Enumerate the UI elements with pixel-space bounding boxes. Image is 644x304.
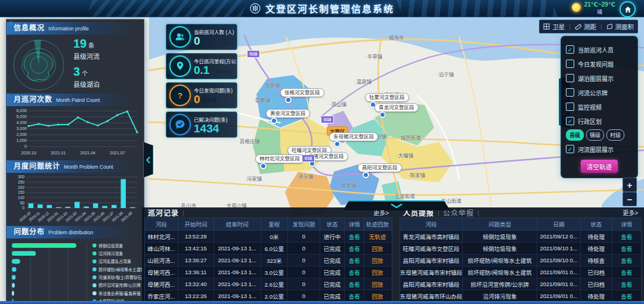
satellite-button[interactable]: 卫星 [543,22,565,31]
river-marker-dot[interactable] [260,163,267,169]
table-cell: 13:36:27 [178,255,214,266]
table-action-link[interactable]: 回放 [364,290,390,302]
layer-checkbox-河流公示牌[interactable]: 河流公示牌 [566,85,633,100]
home-button[interactable] [620,1,636,17]
table-cell: 2021/09/12 0... [537,231,581,242]
layer-checkbox-湖泊图层展示[interactable]: 湖泊图层展示 [566,71,633,85]
river-marker[interactable]: 林村北河文登区段 [255,154,304,163]
table-action-link[interactable]: 查看 [345,243,364,254]
map-zoom-out-button[interactable]: − [623,192,637,206]
table-cell: 2021-09-13 1... [214,266,261,278]
river-marker[interactable]: 张格河文登区段 [280,88,324,97]
checkbox-icon[interactable]: ✓ [566,45,574,54]
table-action-link[interactable]: 查看 [612,243,641,254]
month-patrol-line-chart: 01,0002,0003,0004,0005,0006,0002020.1020… [8,107,142,157]
dashboard-stage: ·芝罘区·烟台市·牟平区·高陵镇·威海市·羊亭镇·泊于镇·桥头镇·温泉镇·龙泉镇… [0,0,644,304]
clear-track-button[interactable]: 清空轨迹 [581,160,618,173]
layer-checkbox-河流图层展示[interactable]: ✓河流图层展示 [566,142,633,156]
table-action-link[interactable]: 查看 [345,266,364,278]
river-marker[interactable]: 东母猪河文登区段 [329,132,378,141]
check-icon [175,119,185,130]
column-header: 里程 [261,218,289,230]
layer-checkbox-今日发现问题[interactable]: 今日发现问题 [566,57,633,71]
month-problem-section: 月度问题统计 Month Problem Count 0501001502002… [7,158,144,224]
table-cell: 东母猪河威海市环山办段 [400,290,463,302]
stat-card: ?今日发现问题(条)0 [166,82,237,108]
table-action-link[interactable]: 回放 [364,255,390,266]
river-marker[interactable]: 青龙河文登区段 [374,103,419,112]
home-icon [624,6,631,13]
checkbox-icon[interactable] [566,88,574,97]
sidebar-collapse-button[interactable] [143,142,153,178]
svg-text:4,000: 4,000 [16,120,27,125]
river-marker-dot[interactable] [285,97,292,103]
info-stat-unit: 个 [82,70,88,77]
table-cell: 2021-09-13 1... [214,278,261,290]
table-row: 青龙河威海市高村镇段倾倒垃圾现象2021/09/12 0...待处理查看 [400,231,641,243]
stat-card-value: 1434 [194,123,228,134]
checkbox-icon[interactable] [566,103,574,111]
layer-checkbox-行政区划[interactable]: ✓行政区划 [566,114,633,128]
month-problem-title: 月度问题统计 [14,160,60,173]
table-cell: 2.6公里 [261,278,289,290]
checkbox-icon[interactable]: ✓ [566,117,574,125]
admin-level-村级[interactable]: 村级 [606,129,624,141]
table-row: 东母猪河威海市环山办段沿河排污现象2021/09/01 0...待处理查看 [400,290,641,302]
measure-area-button[interactable]: 测面积 [606,22,634,31]
table-row: 旺疃河威海市文登区段倾倒垃圾现象2021/09/10 1...待处理查看 [400,243,641,255]
river-marker-dot[interactable] [271,117,277,124]
reports-more-link[interactable]: 更多> [623,208,638,217]
river-marker-dot[interactable] [363,172,369,178]
svg-text:0: 0 [24,144,27,148]
river-marker-dot[interactable] [379,111,386,118]
layer-checkbox-监控视频[interactable]: 监控视频 [566,100,633,114]
table-action-link[interactable]: 查看 [612,231,641,242]
layer-label: 今日发现问题 [578,60,614,69]
column-header: 河段 [400,218,463,230]
river-marker-dot[interactable] [334,141,340,147]
info-stat-value: 3 [73,65,80,78]
table-action-link[interactable]: 回放 [364,243,390,254]
info-stat: 3个县级湖泊 [73,65,100,89]
table-action-link[interactable]: 查看 [345,255,364,266]
svg-text:沿河排污现象: 沿河排污现象 [98,251,123,256]
table-cell: 2021/09/01 0... [537,290,581,302]
table-action-link[interactable]: 查看 [345,278,364,290]
measure-distance-button[interactable]: 测距 [575,22,596,31]
map-zoom-in-button[interactable]: + [623,178,637,192]
checkbox-icon[interactable] [566,60,574,68]
map-town-label: ·大疃镇 [396,151,413,159]
table-action-link[interactable]: 查看 [345,290,364,302]
table-row: 母猪河西...13:32:402021-09-13 1...2.6公里0已完成查… [145,278,392,290]
river-marker[interactable]: 杜蒙河文登区段 [365,93,409,102]
table-action-link[interactable]: 查看 [612,278,641,290]
svg-text:0: 0 [22,206,24,210]
checkbox-icon[interactable] [566,74,574,82]
table-action-link[interactable]: 查看 [612,266,641,278]
svg-text:6,000: 6,000 [16,108,27,113]
table-action-link[interactable]: 查看 [612,290,641,302]
info-stat: 19条县级河流 [73,37,100,61]
admin-level-县级[interactable]: 县级 [566,129,584,141]
table-cell: 已归档 [581,266,612,278]
table-header-row: 河段开始时间结束时间里程发现问题状态详情轨迹回放 [145,218,392,231]
svg-text:5,000: 5,000 [16,114,27,119]
layer-checkbox-当前巡河人员[interactable]: ✓当前巡河人员 [566,42,633,57]
table-action-link[interactable]: 查看 [345,231,364,242]
river-marker[interactable]: 昌阳河文登区段 [358,163,402,172]
checkbox-icon[interactable]: ✓ [566,145,574,153]
table-action-link[interactable]: 查看 [612,255,641,266]
table-cell: 0米 [261,231,289,242]
table-action-link[interactable]: 回放 [364,278,390,290]
river-marker[interactable]: 黄垒河文登区段 [266,109,310,118]
table-cell: 已完成 [320,255,345,266]
table-action-link[interactable]: 回放 [364,266,390,278]
table-cell: 0 [288,278,320,290]
admin-level-chips: 县级镇级村级 [566,129,633,141]
table-cell: 东母猪河威海市宋村镇段 [400,266,463,278]
admin-level-镇级[interactable]: 镇级 [586,129,604,141]
bottom-panel-collapse-button[interactable] [343,200,450,210]
table-action-link[interactable]: 无轨迹 [364,231,390,242]
table-cell: 已完成 [320,278,345,290]
users-icon [175,32,185,42]
